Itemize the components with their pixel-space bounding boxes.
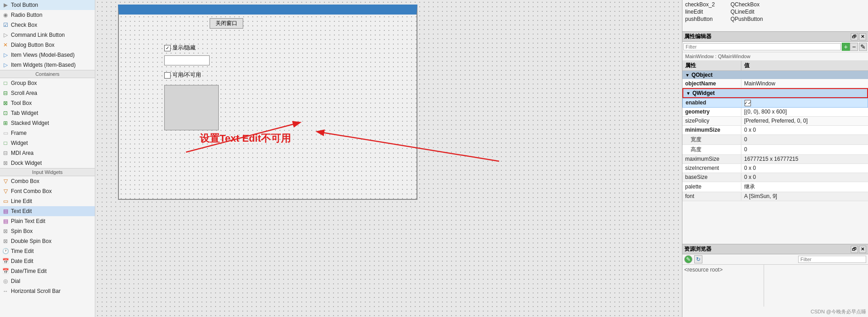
property-editor: 属性编辑器 🗗 ✕ + − ✎ MainWindow : QMainWindow… — [682, 32, 868, 244]
qobject-expand-arrow: ▼ — [685, 73, 690, 78]
prop-row-sizeincrement[interactable]: sizeIncrement 0 x 0 — [682, 164, 868, 173]
sidebar-item-scroll-area[interactable]: ⊟ Scroll Area — [0, 88, 95, 98]
prop-section-qwidget[interactable]: ▼ QWidget — [682, 88, 868, 98]
property-table: ▼ QObject objectName MainWindow ▼ QWidge… — [682, 71, 868, 244]
sidebar-item-mdi-area[interactable]: ⊟ MDI Area — [0, 148, 95, 158]
property-table-header: 属性 值 — [682, 61, 868, 71]
sidebar-item-group-box[interactable]: □ Group Box — [0, 78, 95, 88]
datetime-edit-icon: 📅 — [2, 267, 9, 275]
sidebar-item-tool-button[interactable]: ▶ Tool Button — [0, 0, 95, 10]
sidebar-item-combo-box[interactable]: ▽ Combo Box — [0, 176, 95, 186]
resource-browser-close-btn[interactable]: ✕ — [859, 246, 866, 253]
property-editor-filter-bar: + − ✎ — [682, 42, 868, 52]
checkbox-enable-label: 可用/不可用 — [172, 71, 201, 79]
sidebar-item-dial[interactable]: ◎ Dial — [0, 276, 95, 286]
checkbox-show-hide: ✓ 显示/隐藏 — [164, 44, 196, 52]
prop-row-sizepolicy[interactable]: sizePolicy [Preferred, Preferred, 0, 0] — [682, 117, 868, 126]
sidebar-item-dock-widget[interactable]: ⊠ Dock Widget — [0, 158, 95, 168]
resource-content — [764, 265, 868, 307]
property-editor-header-buttons: 🗗 ✕ — [851, 33, 866, 40]
text-edit-icon: ▤ — [2, 208, 9, 215]
prop-row-width[interactable]: 宽度 0 — [682, 135, 868, 145]
resource-browser-restore-btn[interactable]: 🗗 — [851, 246, 858, 253]
scroll-area-icon: ⊟ — [2, 89, 9, 97]
prop-row-maximumsize[interactable]: maximumSize 16777215 x 16777215 — [682, 155, 868, 164]
property-editor-restore-btn[interactable]: 🗗 — [851, 33, 858, 40]
sidebar-item-datetime-edit[interactable]: 📅 Date/Time Edit — [0, 266, 95, 276]
line-edit-widget[interactable] — [164, 55, 210, 65]
sidebar-item-check-box[interactable]: ☑ Check Box — [0, 20, 95, 30]
prop-row-minimumsize[interactable]: minimumSize 0 x 0 — [682, 126, 868, 135]
checkbox-show-input[interactable]: ✓ — [164, 45, 171, 51]
sidebar-item-spin-box[interactable]: ⊠ Spin Box — [0, 226, 95, 236]
sidebar-item-horizontal-scroll-bar[interactable]: ↔ Horizontal Scroll Bar — [0, 286, 95, 296]
sidebar-item-text-edit[interactable]: ▤ Text Edit — [0, 206, 95, 216]
spin-box-icon: ⊠ — [2, 228, 9, 235]
checkbox-show-label: 显示/隐藏 — [172, 44, 196, 52]
sidebar-item-command-link-button[interactable]: ▷ Command Link Button — [0, 30, 95, 40]
property-editor-add-btn[interactable]: + — [842, 43, 850, 51]
object-row-lineedit[interactable]: lineEdit QLineEdit — [683, 8, 867, 15]
sidebar-item-time-edit[interactable]: 🕐 Time Edit — [0, 246, 95, 256]
annotation-text: 设置Text Edit不可用 — [200, 132, 291, 145]
tool-box-icon: ⊠ — [2, 99, 9, 107]
prop-row-font[interactable]: font A [SimSun, 9] — [682, 192, 868, 201]
sidebar-item-stacked-widget[interactable]: ⊞ Stacked Widget — [0, 118, 95, 128]
sidebar-item-widget[interactable]: □ Widget — [0, 138, 95, 148]
object-row-pushbutton[interactable]: pushButton QPushButton — [683, 15, 867, 23]
resource-browser: 资源浏览器 🗗 ✕ ✎ ↻ <resource root> CSDN @今晚务必… — [682, 244, 868, 317]
sidebar-item-radio-button[interactable]: ◉ Radio Button — [0, 10, 95, 20]
object-inspector: checkBox_2 QCheckBox lineEdit QLineEdit … — [682, 0, 868, 32]
property-editor-object-label: MainWindow : QMainWindow — [682, 52, 868, 61]
property-editor-minus-btn[interactable]: − — [850, 43, 858, 51]
combo-box-icon: ▽ — [2, 178, 9, 185]
sidebar: ▶ Tool Button ◉ Radio Button ☑ Check Box… — [0, 0, 95, 317]
prop-section-qobject[interactable]: ▼ QObject — [682, 71, 868, 79]
property-editor-close-btn[interactable]: ✕ — [859, 33, 866, 40]
resource-refresh-btn[interactable]: ↻ — [694, 255, 702, 263]
sidebar-item-line-edit[interactable]: ▭ Line Edit — [0, 196, 95, 206]
resource-footer: CSDN @今晚务必早点睡 — [682, 307, 868, 317]
main-area: 关闭窗口 ✓ 显示/隐藏 可用/不可用 设置Text Edit不可用 — [95, 0, 682, 317]
property-editor-edit-btn[interactable]: ✎ — [859, 43, 867, 51]
enabled-checkbox[interactable]: ✓ — [745, 100, 751, 106]
prop-row-palette[interactable]: palette 继承 — [682, 182, 868, 192]
prop-row-enabled[interactable]: enabled ✓ — [682, 98, 868, 108]
font-combo-box-icon: ▽ — [2, 188, 9, 195]
sidebar-item-plain-text-edit[interactable]: ▤ Plain Text Edit — [0, 216, 95, 226]
containers-section-header: Containers — [0, 70, 95, 78]
stacked-widget-icon: ⊞ — [2, 119, 9, 127]
radio-button-icon: ◉ — [2, 11, 9, 19]
sidebar-item-item-widgets[interactable]: ▷ Item Widgets (Item-Based) — [0, 60, 95, 70]
right-panels: checkBox_2 QCheckBox lineEdit QLineEdit … — [682, 0, 868, 317]
sidebar-item-font-combo-box[interactable]: ▽ Font Combo Box — [0, 186, 95, 196]
close-window-button[interactable]: 关闭窗口 — [210, 18, 243, 29]
prop-row-height[interactable]: 高度 0 — [682, 145, 868, 155]
plain-text-edit-icon: ▤ — [2, 218, 9, 225]
sidebar-item-frame[interactable]: ▭ Frame — [0, 128, 95, 138]
prop-row-basesize[interactable]: baseSize 0 x 0 — [682, 173, 868, 182]
sidebar-item-tool-box[interactable]: ⊠ Tool Box — [0, 98, 95, 108]
time-edit-icon: 🕐 — [2, 248, 9, 255]
dialog-button-box-icon: ✕ — [2, 41, 9, 49]
sidebar-item-item-views[interactable]: ▷ Item Views (Model-Based) — [0, 50, 95, 60]
sidebar-item-tab-widget[interactable]: ⊡ Tab Widget — [0, 108, 95, 118]
line-edit-icon: ▭ — [2, 198, 9, 205]
group-box-icon: □ — [2, 79, 9, 87]
resource-body: <resource root> — [682, 265, 868, 307]
prop-row-geometry[interactable]: geometry [(0, 0), 800 x 600] — [682, 108, 868, 117]
check-box-icon: ☑ — [2, 21, 9, 29]
tab-widget-icon: ⊡ — [2, 109, 9, 117]
property-editor-filter-input[interactable] — [683, 43, 841, 50]
text-edit-widget[interactable] — [164, 85, 219, 130]
checkbox-enable-input[interactable] — [164, 72, 171, 79]
object-row-checkbox2[interactable]: checkBox_2 QCheckBox — [683, 1, 867, 8]
resource-edit-btn[interactable]: ✎ — [684, 255, 692, 263]
form-dots — [119, 15, 417, 199]
input-widgets-section-header: Input Widgets — [0, 168, 95, 176]
sidebar-item-double-spin-box[interactable]: ⊠ Double Spin Box — [0, 236, 95, 246]
resource-filter-input[interactable] — [798, 256, 866, 263]
prop-row-objectname[interactable]: objectName MainWindow — [682, 79, 868, 88]
sidebar-item-date-edit[interactable]: 📅 Date Edit — [0, 256, 95, 266]
sidebar-item-dialog-button-box[interactable]: ✕ Dialog Button Box — [0, 40, 95, 50]
